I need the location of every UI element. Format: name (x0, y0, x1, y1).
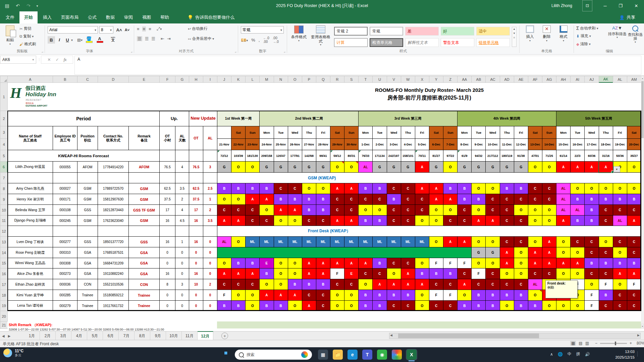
new-sheet-button[interactable]: + (221, 333, 228, 339)
duty-cell-14-AI[interactable]: O (570, 247, 585, 258)
left-blank-r5[interactable] (159, 150, 175, 162)
duty-cell-9-R[interactable]: C (330, 194, 344, 205)
duty-cell-15-AE[interactable]: O (514, 258, 528, 268)
forecast-label[interactable]: KWEAP-HI Rooms Forecast (7, 150, 160, 162)
row-header-6[interactable]: 6 (0, 161, 8, 173)
staff-contact[interactable]: 17889722570 (98, 183, 129, 194)
week-band-1[interactable]: 1st Week 第一周 (217, 111, 260, 126)
row-header-15[interactable]: 15 (0, 258, 8, 268)
duty-cell-13-O[interactable]: ML (288, 236, 302, 247)
file-explorer-icon[interactable]: 📁 (333, 350, 343, 360)
row-header-11[interactable]: 11 (0, 215, 8, 226)
duty-cell-15-AL[interactable]: B (613, 258, 627, 268)
staff-al-days[interactable]: 2 (175, 194, 189, 205)
staff-al-new[interactable]: 0 (203, 258, 217, 268)
left-col-header-6[interactable]: AL天数 (175, 126, 189, 150)
forecast-26-Nov[interactable]: 177/91 (288, 150, 302, 162)
hscroll-thumb[interactable] (398, 334, 539, 338)
search-box[interactable]: 搜索 (235, 350, 312, 360)
duty-cell-17-N[interactable]: O (274, 279, 288, 290)
duty-cell-6-P[interactable]: G (302, 161, 316, 173)
page-break-view-icon[interactable]: ▥ (585, 341, 589, 346)
zoom-out-icon[interactable]: − (595, 341, 597, 346)
duty-cell-13-X[interactable]: ML (415, 236, 429, 247)
staff-contact[interactable]: 15180859212 (98, 290, 129, 301)
staff-al-days[interactable]: 1 (175, 236, 189, 247)
staff-al-days[interactable]: 4.5 (175, 215, 189, 226)
duty-cell-6-AM[interactable]: O (627, 161, 641, 173)
staff-position[interactable]: GSA (77, 258, 98, 268)
tab-home[interactable]: 开始 (19, 11, 38, 23)
duty-cell-17-V[interactable]: A (387, 279, 401, 290)
name-box[interactable]: AK6▾ (0, 56, 36, 64)
duty-cell-6-AB[interactable]: G (471, 161, 486, 173)
sec-left-blank[interactable] (159, 226, 175, 237)
column-header-E[interactable]: E (128, 76, 160, 83)
left-col-header-8[interactable]: AL (203, 126, 217, 150)
duty-cell-9-AB[interactable]: B (471, 194, 486, 205)
duty-cell-14-AB[interactable]: G (471, 247, 486, 258)
staff-al-days[interactable]: 4 (175, 204, 189, 216)
week-band-5[interactable]: 5th Week 第五周 (556, 111, 641, 126)
left-blank-r5[interactable] (203, 150, 217, 162)
duty-cell-10-AE[interactable]: O (514, 204, 528, 216)
staff-remark[interactable]: Trainee (128, 300, 160, 311)
weekday-19-Dec[interactable]: Fri (613, 126, 627, 139)
tab-view[interactable]: 视图 (138, 11, 155, 23)
staff-id[interactable]: 000279 (53, 300, 77, 311)
duty-cell-11-M[interactable]: C (259, 215, 274, 226)
duty-cell-13-AJ[interactable]: C (584, 236, 599, 247)
qat-customize-icon[interactable]: ▾ (34, 0, 41, 11)
row-header-18[interactable]: 18 (0, 290, 8, 301)
duty-cell-10-V[interactable]: C (387, 204, 401, 216)
duty-cell-10-P[interactable]: B (302, 204, 316, 216)
forecast-12-Dec[interactable]: 91/38 (514, 150, 528, 162)
date-27-Nov[interactable]: 27-Nov (302, 138, 316, 150)
staff-al-new[interactable]: 1 (203, 194, 217, 205)
duty-cell-17-K[interactable]: C (231, 279, 246, 290)
minimize-button[interactable]: ─ (598, 0, 612, 11)
duty-cell-16-K[interactable]: A (231, 268, 246, 279)
duty-cell-11-K[interactable]: A (231, 215, 246, 226)
column-header-AB[interactable]: AB (471, 76, 486, 83)
duty-cell-13-AM[interactable]: C (627, 236, 641, 247)
staff-ot-hours[interactable]: 37.5 (159, 194, 175, 205)
duty-cell-16-W[interactable]: A (401, 268, 415, 279)
duty-cell-19-AH[interactable]: O (556, 300, 571, 311)
date-16-Dec[interactable]: 16-Dec (570, 138, 585, 150)
duty-cell-17-S[interactable]: C (344, 279, 359, 290)
period-header[interactable]: Period (7, 111, 160, 126)
duty-cell-9-AL[interactable]: B (613, 194, 627, 205)
zoom-slider[interactable] (600, 343, 627, 344)
weekday-21-Nov[interactable] (217, 126, 231, 139)
staff-ot-hours[interactable]: 76.5 (159, 161, 175, 173)
duty-cell-18-AA[interactable]: O (457, 290, 472, 301)
duty-cell-9-O[interactable]: B (288, 194, 302, 205)
duty-cell-11-AC[interactable]: A (485, 215, 500, 226)
duty-cell-15-P[interactable]: A (302, 258, 316, 268)
duty-cell-6-V[interactable]: G (387, 161, 401, 173)
forecast-22-Nov[interactable]: 103/39 (231, 150, 246, 162)
duty-cell-17-AM[interactable]: F (627, 279, 641, 290)
duty-cell-19-Z[interactable]: C (443, 300, 458, 311)
forecast-5-Dec[interactable]: 70/11 (415, 150, 429, 162)
staff-remark[interactable]: GSS (128, 236, 160, 247)
staff-position[interactable]: CON (77, 279, 98, 290)
staff-remark[interactable]: GSA (128, 247, 160, 258)
duty-cell-6-Y[interactable]: G (429, 161, 443, 173)
duty-cell-14-AK[interactable]: C (599, 247, 613, 258)
tab-help[interactable]: 帮助 (156, 11, 173, 23)
align-dialog-launcher[interactable]: ⌐ (235, 50, 237, 54)
staff-id[interactable]: 000108 (53, 204, 77, 216)
staff-ot-hours[interactable]: 0 (159, 247, 175, 258)
duty-cell-6-W[interactable]: G (401, 161, 415, 173)
row-header-10[interactable]: 10 (0, 204, 8, 216)
duty-cell-16-AA[interactable]: C (457, 268, 472, 279)
forecast-24-Nov[interactable]: 209/158 (259, 150, 274, 162)
duty-cell-16-AC[interactable]: C (485, 268, 500, 279)
staff-al-new[interactable]: 0 (203, 290, 217, 301)
duty-cell-16-AK[interactable]: C (599, 268, 613, 279)
section-label-7[interactable]: GSM (KWEAP) (217, 172, 641, 183)
date-30-Nov[interactable]: 30-Nov (344, 138, 359, 150)
weekday-30-Nov[interactable]: Sun (344, 126, 359, 139)
